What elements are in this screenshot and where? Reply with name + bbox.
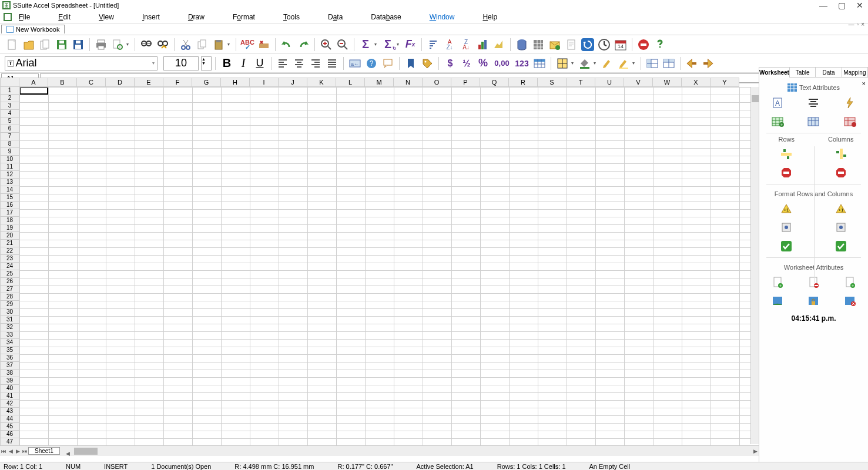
column-header[interactable]: C — [77, 78, 106, 87]
row-header[interactable]: 23 — [0, 255, 19, 263]
row-header[interactable]: 45 — [0, 423, 19, 431]
row-header[interactable]: 17 — [0, 209, 19, 217]
row-header[interactable]: 38 — [0, 370, 19, 377]
column-header[interactable]: W — [653, 78, 682, 87]
percent-button[interactable]: % — [475, 56, 491, 71]
row-header[interactable]: 9 — [0, 148, 19, 156]
row-header[interactable]: 35 — [0, 347, 19, 354]
duplicate-sheet-icon[interactable]: + — [842, 274, 857, 290]
col-ok-icon[interactable] — [833, 239, 849, 254]
column-header[interactable]: A — [19, 78, 48, 87]
column-header[interactable]: T — [567, 78, 595, 87]
open-icon[interactable] — [21, 37, 36, 52]
row-header[interactable]: 8 — [0, 140, 19, 148]
row-header[interactable]: 31 — [0, 316, 19, 324]
delete-sheet-icon[interactable] — [842, 293, 857, 308]
find-icon[interactable] — [139, 37, 154, 52]
sum-icon[interactable]: Σ — [358, 37, 373, 52]
note-icon[interactable] — [564, 37, 579, 52]
row-header[interactable]: 40 — [0, 385, 19, 392]
row-header[interactable]: 15 — [0, 194, 19, 202]
row-header[interactable]: 22 — [0, 247, 19, 255]
chevron-down-icon[interactable]: ▾ — [152, 61, 155, 66]
delete-row-icon[interactable] — [779, 165, 794, 180]
copy-doc-icon[interactable] — [38, 37, 53, 52]
close-button[interactable]: ✕ — [856, 1, 863, 10]
fill-color-icon[interactable] — [577, 56, 592, 71]
row-header[interactable]: 37 — [0, 362, 19, 370]
select-all-corner[interactable] — [0, 78, 19, 87]
sum-dropdown[interactable]: ▾ — [374, 42, 379, 47]
underline-button[interactable]: U — [252, 56, 267, 71]
zoom-out-icon[interactable] — [335, 37, 350, 52]
row-header[interactable]: 30 — [0, 308, 19, 316]
row-header[interactable]: 39 — [0, 377, 19, 385]
nav-forward-icon[interactable] — [701, 56, 716, 71]
fraction-button[interactable]: ½ — [459, 56, 474, 71]
help-blue-icon[interactable]: ? — [364, 56, 379, 71]
row-header[interactable]: 26 — [0, 278, 19, 286]
spellcheck-icon[interactable]: ABC✓ — [240, 37, 255, 52]
currency-button[interactable]: $ — [443, 56, 458, 71]
vertical-scrollbar[interactable] — [750, 87, 759, 444]
workbook-tab[interactable]: New Workbook — [1, 25, 65, 33]
column-header[interactable]: V — [624, 78, 653, 87]
font-style-icon[interactable]: A — [770, 95, 785, 110]
column-header[interactable]: E — [135, 78, 163, 87]
row-header[interactable]: 29 — [0, 301, 19, 308]
grid-icon[interactable] — [531, 37, 546, 52]
sheet-nav-prev[interactable]: ◀ — [7, 448, 14, 454]
insert-row-icon[interactable] — [779, 146, 794, 162]
row-header[interactable]: 6 — [0, 125, 19, 133]
align-right-icon[interactable] — [308, 56, 323, 71]
column-header[interactable]: M — [365, 78, 394, 87]
column-header[interactable]: O — [423, 78, 451, 87]
cells-area[interactable] — [19, 87, 759, 456]
minimize-button[interactable]: — — [819, 1, 827, 10]
column-header[interactable]: L — [336, 78, 365, 87]
row-header[interactable]: 19 — [0, 224, 19, 232]
database-icon[interactable] — [514, 37, 529, 52]
add-sheet-icon[interactable]: + — [770, 274, 785, 290]
cut-icon[interactable] — [178, 37, 193, 52]
sort-az-icon[interactable]: AZ↓ — [442, 37, 457, 52]
column-header[interactable]: G — [192, 78, 221, 87]
borders-dropdown[interactable]: ▾ — [571, 61, 576, 66]
row-header[interactable]: 36 — [0, 354, 19, 362]
row-header[interactable]: 21 — [0, 240, 19, 247]
comment-icon[interactable] — [380, 56, 396, 71]
split-icon[interactable] — [661, 56, 676, 71]
row-header[interactable]: 16 — [0, 202, 19, 209]
row-ok-icon[interactable] — [779, 239, 794, 254]
bold-button[interactable]: B — [219, 56, 234, 71]
sheet-color-icon[interactable] — [770, 293, 785, 308]
menu-tools[interactable]: Tools — [283, 13, 300, 21]
protect-sheet-icon[interactable] — [806, 293, 821, 308]
row-header[interactable]: 10 — [0, 156, 19, 163]
column-header[interactable]: D — [106, 78, 135, 87]
column-header[interactable]: U — [595, 78, 624, 87]
child-maximize-button[interactable]: ▫ — [857, 21, 859, 28]
align-left-icon[interactable] — [275, 56, 290, 71]
format-cells-icon[interactable] — [532, 56, 547, 71]
tag-icon[interactable] — [420, 56, 435, 71]
menu-insert[interactable]: Insert — [142, 13, 160, 21]
clock-icon[interactable] — [596, 37, 612, 52]
side-tab-mapping[interactable]: Mapping — [842, 67, 868, 78]
row-header[interactable]: 12 — [0, 171, 19, 179]
lightning-icon[interactable] — [842, 95, 857, 110]
menu-help[interactable]: Help — [482, 13, 497, 21]
highlight2-icon[interactable] — [616, 56, 631, 71]
side-tab-worksheet[interactable]: Worksheet — [759, 67, 790, 78]
sort-icon[interactable] — [425, 37, 441, 52]
highlight-dropdown[interactable]: ▾ — [632, 61, 637, 66]
col-width-icon[interactable] — [833, 220, 849, 235]
chart-area-icon[interactable] — [491, 37, 507, 52]
menu-file[interactable]: File — [19, 13, 30, 21]
refresh-blue-icon[interactable] — [580, 37, 595, 52]
print-dropdown[interactable]: ▾ — [126, 42, 131, 47]
menu-data[interactable]: Data — [328, 13, 343, 21]
column-header[interactable]: J — [279, 78, 307, 87]
row-header[interactable]: 27 — [0, 286, 19, 293]
row-header[interactable]: 32 — [0, 324, 19, 331]
